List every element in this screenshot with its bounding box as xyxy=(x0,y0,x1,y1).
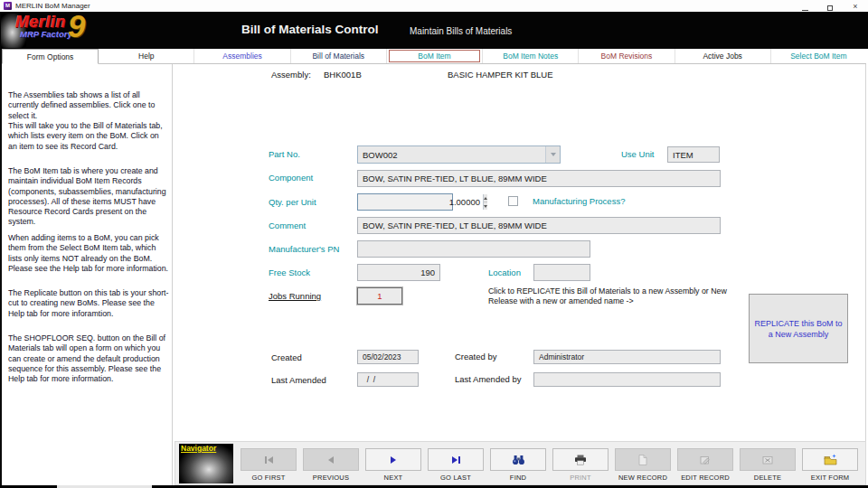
use-unit-field[interactable] xyxy=(667,146,720,163)
use-unit-label: Use Unit xyxy=(621,149,654,159)
delete-icon xyxy=(762,455,773,465)
mrp-factory-logo-text: MRP Factory xyxy=(20,29,72,39)
location-field[interactable] xyxy=(533,264,590,281)
edit-record-button[interactable]: EDIT RECORD xyxy=(677,448,733,482)
comment-label: Comment xyxy=(269,221,306,230)
navigator-bar: Navigator GO FIRST PREVIOUS NEXT GO LAST xyxy=(175,441,866,485)
qty-per-unit-input[interactable] xyxy=(358,194,483,210)
qty-per-unit-label: Qty. per Unit xyxy=(269,197,316,207)
app-icon: M xyxy=(4,2,12,10)
tab-bom-item-notes[interactable]: BoM Item Notes xyxy=(483,49,579,63)
part-no-label: Part No. xyxy=(269,149,300,159)
created-by-field[interactable] xyxy=(533,350,721,364)
go-first-button[interactable]: GO FIRST xyxy=(241,448,297,482)
go-first-icon xyxy=(265,456,267,464)
tab-strip: Form Options Help Assemblies Bill of Mat… xyxy=(2,49,866,64)
jobs-running-label: Jobs Running xyxy=(269,291,321,301)
last-amended-by-label: Last Amended by xyxy=(455,374,521,384)
last-amended-field[interactable] xyxy=(357,372,419,387)
edit-record-icon xyxy=(700,455,711,465)
part-no-dropdown-button[interactable] xyxy=(545,146,560,163)
exit-form-button[interactable]: EXIT FORM xyxy=(802,448,858,482)
form-header: Merlin MRP Factory 9 Bill of Materials C… xyxy=(0,12,868,49)
page-title: Bill of Materials Control xyxy=(241,23,379,36)
go-last-button[interactable]: GO LAST xyxy=(428,448,484,482)
tab-help[interactable]: Help xyxy=(99,49,194,63)
new-record-icon xyxy=(638,455,647,465)
merlin-bom-manager-window: M MERLIN BoM Manager × Merlin MRP Factor… xyxy=(0,0,868,488)
spin-down-icon xyxy=(484,205,487,208)
previous-button[interactable]: PREVIOUS xyxy=(303,448,359,482)
content-right-border xyxy=(865,64,866,441)
assembly-code: BHK001B xyxy=(324,70,362,80)
title-bar: M MERLIN BoM Manager × xyxy=(0,0,868,12)
created-by-label: Created by xyxy=(455,352,496,361)
tab-assemblies[interactable]: Assemblies xyxy=(194,49,290,63)
spin-up-icon xyxy=(484,197,487,200)
last-amended-label: Last Amended xyxy=(271,375,326,385)
help-paragraph: When adding items to a BoM, you can pick… xyxy=(8,233,169,274)
close-button[interactable]: × xyxy=(843,2,868,11)
manufacturing-process-label: Manufacturing Process? xyxy=(533,196,625,206)
created-label: Created xyxy=(271,352,302,362)
page-subtitle: Maintain Bills of Materials xyxy=(410,26,512,36)
help-paragraph: This will take you to the Bill of Materi… xyxy=(8,121,169,152)
help-paragraph: The Assemblies tab shows a list of all c… xyxy=(8,90,169,121)
replicate-bom-button[interactable]: REPLICATE this BoM to a New Assembly xyxy=(749,294,848,363)
help-paragraph: The SHOPFLOOR SEQ. button on the Bill of… xyxy=(8,333,169,384)
previous-icon xyxy=(328,456,334,464)
qty-per-unit-stepper[interactable] xyxy=(357,193,453,211)
location-label: Location xyxy=(488,267,521,277)
spin-down-button[interactable] xyxy=(484,202,487,210)
delete-button[interactable]: DELETE xyxy=(740,448,796,482)
print-icon xyxy=(574,455,587,465)
tab-bom-item[interactable]: BoM Item xyxy=(387,49,483,63)
jobs-running-field[interactable] xyxy=(357,287,402,305)
tab-bom-revisions[interactable]: BoM Revisions xyxy=(579,49,675,63)
manufacturers-pn-label: Manufacturer's PN xyxy=(269,244,339,254)
new-record-button[interactable]: NEW RECORD xyxy=(615,448,671,482)
go-last-icon xyxy=(452,456,458,464)
free-stock-field[interactable] xyxy=(357,264,440,281)
tab-active-jobs[interactable]: Active Jobs xyxy=(675,49,771,63)
part-no-combobox[interactable] xyxy=(357,145,561,164)
assembly-label: Assembly: xyxy=(271,70,311,80)
spin-up-button[interactable] xyxy=(484,194,487,202)
next-icon xyxy=(391,456,396,464)
created-field[interactable] xyxy=(357,350,419,364)
find-button[interactable]: FIND xyxy=(490,448,546,482)
last-amended-by-field[interactable] xyxy=(533,372,721,387)
navigator-image: Navigator xyxy=(179,444,233,483)
print-button[interactable]: PRINT xyxy=(552,448,609,482)
help-paragraph: The BoM Item tab is where you create and… xyxy=(8,166,169,228)
find-icon xyxy=(512,455,525,465)
chevron-down-icon xyxy=(551,153,556,156)
free-stock-label: Free Stock xyxy=(269,267,310,277)
part-no-input[interactable] xyxy=(358,146,545,163)
replicate-hint-text: Click to REPLICATE this Bill of Material… xyxy=(488,286,734,306)
tab-bill-of-materials[interactable]: Bill of Materials xyxy=(291,49,387,63)
assembly-name: BASIC HAMPER KIT BLUE xyxy=(448,70,553,80)
component-field[interactable] xyxy=(357,170,721,187)
component-label: Component xyxy=(269,173,313,183)
tab-form-options[interactable]: Form Options xyxy=(2,49,99,64)
navigator-label: Navigator xyxy=(181,444,216,453)
comment-field[interactable] xyxy=(357,217,721,234)
next-button[interactable]: NEXT xyxy=(365,448,421,482)
version-9-logo: 9 xyxy=(68,8,85,44)
manufacturing-process-checkbox[interactable] xyxy=(508,196,518,206)
help-text-panel: The Assemblies tab shows a list of all c… xyxy=(2,64,173,485)
exit-form-icon xyxy=(824,454,837,465)
manufacturers-pn-field[interactable] xyxy=(357,240,590,258)
help-paragraph: The Replicate button on this tab is your… xyxy=(8,288,169,319)
tab-select-bom-item[interactable]: Select BoM Item xyxy=(771,49,866,63)
